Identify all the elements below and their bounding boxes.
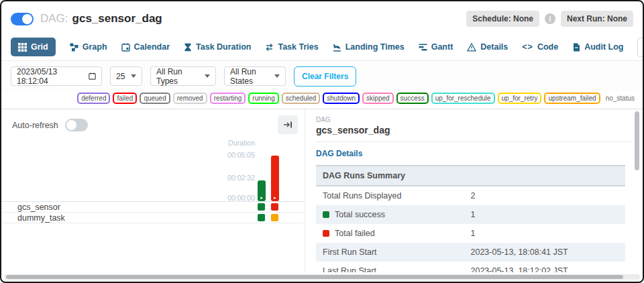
dag-prefix-label: DAG:: [40, 12, 68, 25]
base-date-input[interactable]: 2023/05/13 18:12:04: [11, 66, 102, 86]
scrollbar-thumb[interactable]: [635, 111, 639, 170]
failed-marker-icon: [323, 230, 329, 237]
vertical-scrollbar[interactable]: [635, 111, 639, 267]
dag-name-title: gcs_sensor_dag: [72, 12, 162, 25]
header-right: Schedule: None i Next Run: None: [466, 11, 633, 27]
task-instance-square[interactable]: [258, 203, 265, 211]
summary-row: Total success 1: [316, 205, 625, 224]
tab-label: Details: [480, 42, 508, 52]
panel-divider: [316, 142, 632, 142]
chevron-down-icon: [205, 74, 210, 78]
num-runs-select[interactable]: 25: [110, 66, 142, 86]
tab-code[interactable]: <> Code: [522, 42, 558, 52]
info-icon[interactable]: i: [545, 13, 555, 24]
calendar-picker-icon: [89, 72, 96, 80]
tab-label: Graph: [83, 42, 107, 52]
task-name: dummy_task: [17, 213, 65, 223]
state-badge[interactable]: up_for_reschedule: [431, 93, 495, 104]
run-types-select[interactable]: All Run Types: [150, 66, 216, 86]
tab-details[interactable]: Details: [467, 42, 508, 52]
summary-row: Total Runs Displayed 2: [316, 186, 625, 205]
state-badge[interactable]: skipped: [362, 93, 393, 104]
panel-dag-label: DAG: [316, 116, 625, 123]
state-badge[interactable]: deferred: [77, 93, 110, 104]
tab-audit-log[interactable]: Audit Log: [572, 42, 623, 52]
tab-label: Task Duration: [196, 42, 251, 52]
summary-row: Last Run Start 2023-05-13, 18:12:02 JST: [316, 262, 625, 272]
state-badge[interactable]: running: [248, 93, 278, 104]
dag-run-bars: ▸ ▸: [1, 109, 305, 201]
state-badge[interactable]: scheduled: [282, 93, 321, 104]
hourglass-icon: [184, 43, 192, 52]
tab-calendar[interactable]: Calendar: [121, 42, 170, 52]
summary-row: Total failed 1: [316, 224, 625, 243]
num-runs-value: 25: [116, 72, 125, 81]
dag-run-bar[interactable]: ▸: [271, 156, 279, 201]
dag-details-tab[interactable]: DAG Details: [316, 149, 362, 158]
state-badge[interactable]: success: [396, 93, 429, 104]
task-name: gcs_sensor: [17, 203, 60, 212]
tab-task-duration[interactable]: Task Duration: [184, 42, 251, 52]
state-badge[interactable]: restarting: [210, 93, 246, 104]
dag-runs-summary-table: DAG Runs Summary Total Runs Displayed 2 …: [316, 165, 625, 272]
tab-label: Grid: [31, 42, 48, 52]
run-types-value: All Run Types: [156, 67, 205, 86]
success-marker-icon: [323, 211, 329, 218]
tab-gantt[interactable]: Gantt: [419, 42, 453, 52]
tab-label: Task Tries: [278, 42, 318, 52]
main-area: Auto-refresh Duration 00:05:05 00:02:32 …: [1, 109, 643, 272]
state-badge[interactable]: failed: [113, 93, 137, 104]
tab-landing-times[interactable]: Landing Times: [333, 42, 405, 52]
manual-run-icon: ▸: [274, 194, 276, 201]
tab-label: Audit Log: [584, 42, 623, 52]
summary-row: First Run Start 2023-05-13, 18:08:41 JST: [316, 243, 625, 262]
grid-panel: Auto-refresh Duration 00:05:05 00:02:32 …: [1, 109, 305, 272]
task-instance-square[interactable]: [271, 214, 278, 221]
task-row[interactable]: dummy_task: [1, 213, 305, 223]
chevron-down-icon: [274, 74, 280, 78]
run-states-select[interactable]: All Run States: [224, 66, 286, 86]
dag-pause-toggle[interactable]: [11, 13, 34, 25]
tab-label: Landing Times: [345, 42, 405, 52]
summary-row-label: Total failed: [335, 229, 375, 238]
task-list: gcs_sensor dummy_task: [1, 202, 305, 223]
state-badge[interactable]: shutdown: [323, 93, 360, 104]
state-badge[interactable]: up_for_retry: [498, 93, 542, 104]
dag-run-bar[interactable]: ▸: [258, 180, 266, 201]
tab-grid[interactable]: Grid: [11, 38, 56, 56]
no-status-label: no_status: [606, 95, 635, 102]
tab-task-tries[interactable]: Task Tries: [265, 42, 318, 52]
dag-nav-tabs: Grid Graph Calendar Task Duration Task T…: [11, 36, 633, 58]
summary-row-value: 1: [471, 210, 619, 219]
run-states-value: All Run States: [230, 67, 274, 86]
base-date-value: 2023/05/13 18:12:04: [17, 67, 89, 86]
dag-action-buttons: [637, 38, 644, 57]
details-panel: DAG gcs_sensor_dag DAG Details DAG Runs …: [305, 109, 643, 272]
task-row[interactable]: gcs_sensor: [1, 202, 305, 213]
chevron-down-icon: [131, 74, 136, 78]
scrollbar-thumb[interactable]: [6, 275, 623, 279]
summary-row-label: Last Run Start: [323, 266, 376, 272]
next-run-badge: Next Run: None: [561, 11, 633, 27]
summary-row-value: 1: [471, 229, 619, 238]
gantt-icon: [419, 43, 427, 52]
task-instance-square[interactable]: [271, 203, 278, 211]
schedule-badge: Schedule: None: [466, 11, 539, 27]
horizontal-scrollbar[interactable]: [4, 274, 640, 280]
manual-run-icon: ▸: [260, 194, 263, 201]
warning-triangle-icon: [467, 43, 476, 52]
state-badge[interactable]: queued: [140, 93, 170, 104]
filter-bar: 2023/05/13 18:12:04 25 All Run Types All…: [1, 60, 643, 91]
state-legend: deferred failed queued removed restartin…: [77, 93, 635, 104]
tab-label: Code: [537, 42, 558, 52]
task-instance-square[interactable]: [258, 214, 265, 221]
state-badge[interactable]: upstream_failed: [544, 93, 600, 104]
trigger-dag-button[interactable]: [637, 38, 644, 57]
tab-graph[interactable]: Graph: [70, 42, 107, 52]
grid-icon: [18, 43, 27, 52]
calendar-icon: [121, 43, 130, 52]
clear-filters-button[interactable]: Clear Filters: [294, 66, 356, 87]
tab-label: Calendar: [134, 42, 170, 52]
state-badge[interactable]: removed: [173, 93, 207, 104]
graph-icon: [70, 43, 78, 52]
